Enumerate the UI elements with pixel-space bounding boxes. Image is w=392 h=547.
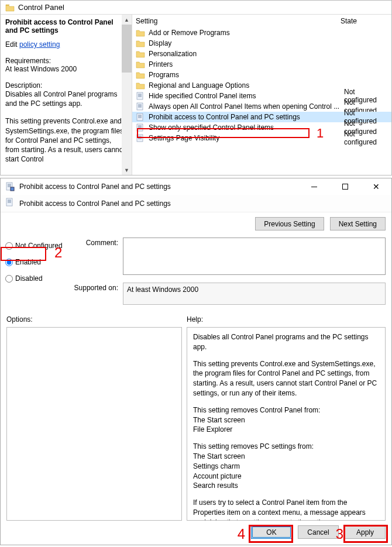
detail-title: Prohibit access to Control Panel and PC … — [5, 18, 127, 35]
radio-disabled[interactable]: Disabled — [4, 271, 71, 285]
supported-label: Supported on: — [71, 283, 118, 305]
help-label: Help: — [187, 315, 386, 324]
list-item-label: Printers — [149, 60, 341, 68]
list-item[interactable]: Display — [132, 38, 391, 49]
list-item-label: Programs — [149, 71, 341, 79]
col-setting[interactable]: Setting — [136, 17, 341, 25]
help-box[interactable]: Disables all Control Panel programs and … — [187, 327, 386, 521]
requirements-heading: Requirements: — [5, 57, 127, 65]
supported-on-box: At least Windows 2000 — [123, 283, 386, 305]
folder-icon — [5, 4, 15, 12]
radio-not-configured-input[interactable] — [5, 242, 13, 250]
ok-button[interactable]: OK — [251, 525, 292, 539]
list-item-label: Regional and Language Options — [149, 81, 341, 90]
radio-enabled-input[interactable] — [5, 259, 13, 266]
folder-icon — [136, 50, 145, 58]
description-heading: Description: — [5, 81, 127, 90]
previous-setting-button[interactable]: Previous Setting — [255, 217, 324, 231]
col-state[interactable]: State — [341, 17, 388, 25]
dialog-buttons: 4 OK Cancel 3 Apply — [1, 521, 391, 545]
close-icon: ✕ — [373, 182, 380, 191]
policy-icon — [136, 92, 145, 100]
titlebar: Prohibit access to Control Panel and PC … — [1, 178, 391, 195]
policy-icon — [5, 198, 15, 209]
breadcrumb-text[interactable]: Control Panel — [18, 3, 64, 12]
list-item-state: Not configured — [344, 130, 388, 146]
radio-disabled-input[interactable] — [5, 275, 13, 283]
description-text: Disables all Control Panel programs and … — [5, 90, 127, 108]
help-paragraph: This setting removes Control Panel from:… — [193, 405, 379, 435]
folder-icon — [136, 81, 145, 90]
list-item-label: Prohibit access to Control Panel and PC … — [149, 113, 341, 121]
list-item-label: Settings Page Visibility — [149, 134, 341, 142]
description-more: This setting prevents Control.exe and Sy… — [5, 116, 127, 164]
list-item[interactable]: Add or Remove Programs — [132, 27, 391, 38]
annotation-number-1: 1 — [317, 126, 324, 141]
close-button[interactable]: ✕ — [363, 178, 389, 195]
annotation-number-2: 2 — [54, 245, 62, 261]
edit-policy-link[interactable]: policy setting — [19, 40, 60, 49]
svg-rect-16 — [137, 135, 143, 142]
list-item-label: Personalization — [149, 50, 341, 58]
details-scrollbar[interactable]: ▲ ▼ — [122, 15, 132, 175]
list-item-label: Always open All Control Panel Items when… — [149, 102, 341, 111]
list-item-label: Hide specified Control Panel items — [149, 92, 341, 100]
svg-rect-8 — [137, 113, 143, 121]
list-item-label: Add or Remove Programs — [149, 29, 341, 37]
dialog-subtitle: Prohibit access to Control Panel and PC … — [19, 199, 387, 208]
policy-icon — [5, 182, 15, 191]
folder-icon — [136, 29, 145, 37]
options-label: Options: — [6, 315, 182, 324]
help-paragraph: If users try to select a Control Panel i… — [193, 498, 379, 521]
list-item[interactable]: Settings Page VisibilityNot configured — [132, 133, 391, 143]
annotation-number-3: 3 — [336, 526, 343, 542]
folder-icon — [136, 71, 145, 79]
minimize-button[interactable] — [301, 178, 327, 195]
policy-icon — [136, 113, 145, 121]
options-box — [6, 327, 182, 521]
comment-label: Comment: — [71, 238, 118, 277]
cancel-button[interactable]: Cancel — [298, 525, 339, 539]
list-item[interactable]: Personalization — [132, 49, 391, 59]
policy-dialog: Prohibit access to Control Panel and PC … — [0, 178, 392, 545]
folder-icon — [136, 39, 145, 47]
annotation-number-4: 4 — [238, 526, 245, 542]
list-item[interactable]: Printers — [132, 59, 391, 70]
svg-rect-12 — [137, 124, 143, 131]
list-item[interactable]: Programs — [132, 70, 391, 80]
scroll-thumb[interactable] — [122, 25, 132, 73]
details-panel: Prohibit access to Control Panel and PC … — [1, 15, 132, 175]
comment-textarea[interactable] — [123, 238, 386, 275]
scroll-up-icon[interactable]: ▲ — [122, 15, 132, 25]
folder-icon — [136, 60, 145, 68]
help-paragraph: Disables all Control Panel programs and … — [193, 332, 379, 352]
maximize-button[interactable] — [332, 178, 358, 195]
list-item-label: Show only specified Control Panel items — [149, 123, 341, 132]
help-paragraph: This setting removes PC settings from:Th… — [193, 442, 379, 491]
svg-rect-0 — [137, 92, 143, 99]
settings-list: Setting State Add or Remove ProgramsDisp… — [132, 15, 391, 175]
svg-rect-24 — [11, 187, 14, 191]
gpedit-pane: Control Panel Prohibit access to Control… — [0, 0, 392, 176]
policy-icon — [136, 134, 145, 142]
list-item-label: Display — [149, 39, 341, 47]
help-paragraph: This setting prevents Control.exe and Sy… — [193, 359, 379, 398]
nav-buttons: Previous Setting Next Setting — [1, 212, 391, 235]
next-setting-button[interactable]: Next Setting — [330, 217, 386, 231]
apply-button[interactable]: Apply — [345, 525, 386, 539]
breadcrumb-bar: Control Panel — [1, 1, 391, 15]
list-header: Setting State — [132, 15, 391, 27]
policy-icon — [136, 123, 145, 132]
scroll-down-icon[interactable]: ▼ — [122, 165, 132, 175]
svg-rect-4 — [137, 103, 143, 110]
dialog-title: Prohibit access to Control Panel and PC … — [19, 183, 296, 191]
policy-icon — [136, 102, 145, 111]
dialog-subheader: Prohibit access to Control Panel and PC … — [1, 195, 391, 212]
edit-link-row: Edit policy setting — [5, 40, 127, 49]
requirements-text: At least Windows 2000 — [5, 65, 127, 73]
